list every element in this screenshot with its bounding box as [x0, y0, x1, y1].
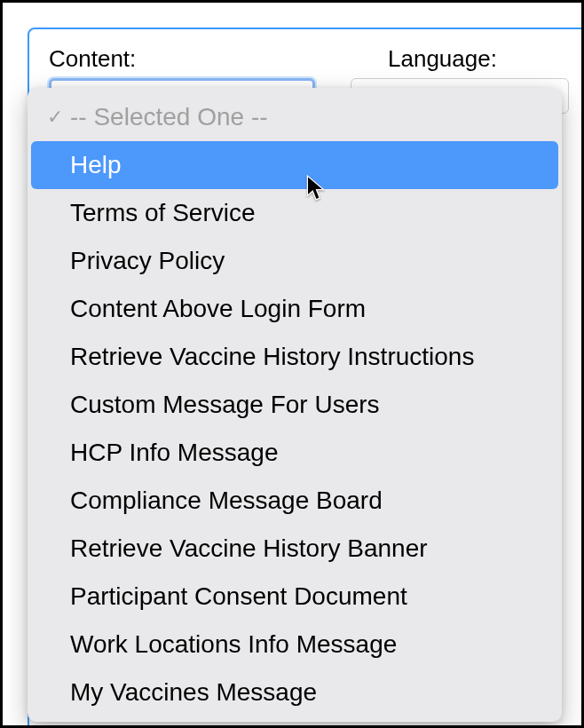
- dropdown-item-privacy-policy[interactable]: Privacy Policy: [31, 237, 558, 285]
- dropdown-item-label: Terms of Service: [68, 199, 256, 227]
- dropdown-item-label: Help: [68, 151, 122, 179]
- dropdown-placeholder-item[interactable]: ✓ -- Selected One --: [31, 93, 558, 141]
- dropdown-item-label: Compliance Message Board: [68, 487, 383, 515]
- dropdown-item-label: -- Selected One --: [68, 103, 268, 131]
- dropdown-item-label: HCP Info Message: [68, 439, 279, 467]
- dropdown-item-terms-of-service[interactable]: Terms of Service: [31, 189, 558, 237]
- dropdown-item-label: My Vaccines Message: [68, 678, 317, 707]
- check-icon: ✓: [42, 106, 68, 129]
- dropdown-item-content-above-login-form[interactable]: Content Above Login Form: [31, 285, 558, 333]
- dropdown-item-retrieve-vaccine-history-banner[interactable]: Retrieve Vaccine History Banner: [31, 525, 558, 573]
- content-dropdown-menu: ✓ -- Selected One -- Help Terms of Servi…: [28, 88, 562, 722]
- dropdown-item-label: Custom Message For Users: [68, 391, 380, 419]
- dropdown-item-compliance-message-board[interactable]: Compliance Message Board: [31, 477, 558, 525]
- dropdown-item-label: Participant Consent Document: [68, 582, 407, 611]
- dropdown-item-label: Content Above Login Form: [68, 295, 366, 323]
- dropdown-item-label: Retrieve Vaccine History Banner: [68, 534, 428, 563]
- labels-row: Content: Language:: [49, 45, 569, 73]
- dropdown-item-label: Retrieve Vaccine History Instructions: [68, 343, 474, 371]
- dropdown-item-label: Work Locations Info Message: [68, 630, 397, 659]
- dropdown-item-retrieve-vaccine-history-instructions[interactable]: Retrieve Vaccine History Instructions: [31, 333, 558, 381]
- dropdown-item-custom-message-for-users[interactable]: Custom Message For Users: [31, 381, 558, 429]
- dropdown-item-my-vaccines-message[interactable]: My Vaccines Message: [31, 669, 558, 716]
- language-label: Language:: [388, 45, 569, 73]
- dropdown-item-participant-consent-document[interactable]: Participant Consent Document: [31, 573, 558, 621]
- dropdown-item-label: Privacy Policy: [68, 247, 225, 275]
- dropdown-item-work-locations-info-message[interactable]: Work Locations Info Message: [31, 621, 558, 669]
- dropdown-item-hcp-info-message[interactable]: HCP Info Message: [31, 429, 558, 477]
- dropdown-item-help[interactable]: Help: [31, 141, 558, 189]
- content-label: Content:: [49, 45, 352, 73]
